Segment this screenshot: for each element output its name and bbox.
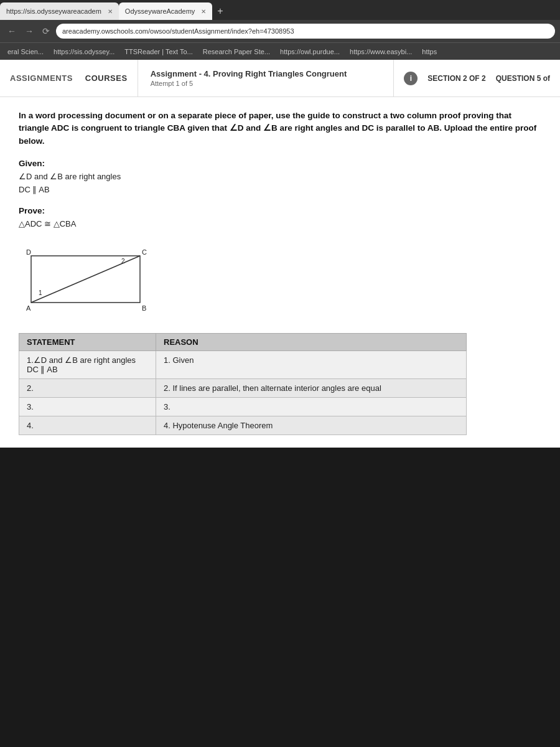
tab-2-label: OdysseywareAcademy [125,7,195,15]
instruction-text: In a word processing document or on a se… [19,110,541,148]
table-row-3: 3. 3. [19,398,467,416]
bookmark-1[interactable]: eral Scien... [5,47,46,57]
proof-table-wrapper: STATEMENT REASON 1.∠D and ∠B are right a… [19,333,529,435]
nav-courses[interactable]: COURSES [85,73,128,83]
tab-1-close[interactable]: ✕ [108,8,113,15]
reason-cell-1: 1. Given [156,351,467,379]
col-header-statement: STATEMENT [19,334,156,351]
diagram-label-B: B [142,304,146,312]
browser-chrome: https://sis.odysseywareacadem ✕ Odysseyw… [0,0,560,60]
diagram-container: D C A B 2 1 [25,243,162,321]
section-label: SECTION 2 OF 2 [427,74,485,83]
bookmark-7[interactable]: https [419,47,439,57]
prove-heading: Prove: [19,206,541,215]
nav-center: Assignment - 4. Proving Right Triangles … [138,60,394,96]
forward-button[interactable]: → [22,25,36,37]
table-row-4: 4. 4. Hypotenuse Angle Theorem [19,416,467,435]
statement-cell-1: 1.∠D and ∠B are right angles DC ∥ AB [19,351,156,379]
reason-cell-3: 3. [156,398,467,416]
tab-2[interactable]: OdysseywareAcademy ✕ [119,2,213,20]
assignment-attempt: Attempt 1 of 5 [151,80,381,87]
bookmarks-bar: eral Scien... https://sis.odyssey... TTS… [0,42,560,60]
diagram-angle-2: 2 [121,258,125,265]
given-line-1: ∠D and ∠B are right angles [19,171,541,184]
given-section: Given: ∠D and ∠B are right angles DC ∥ A… [19,159,541,197]
table-row-1: 1.∠D and ∠B are right angles DC ∥ AB 1. … [19,351,467,379]
page-content: ASSIGNMENTS COURSES Assignment - 4. Prov… [0,60,560,448]
col-header-reason: REASON [156,334,467,351]
dark-area [0,448,560,747]
triangle-diagram: D C A B 2 1 [25,243,162,318]
given-heading: Given: [19,159,541,168]
nav-left: ASSIGNMENTS COURSES [0,60,138,96]
prove-statement: △ADC ≅ △CBA [19,218,541,231]
tab-2-close[interactable]: ✕ [201,8,206,15]
proof-table: STATEMENT REASON 1.∠D and ∠B are right a… [19,333,467,435]
diagram-label-A: A [26,304,31,312]
info-icon[interactable]: i [404,72,418,85]
bookmark-5[interactable]: https://owl.purdue... [278,47,342,57]
statement-cell-2: 2. [19,379,156,398]
given-line-2: DC ∥ AB [19,184,541,197]
tab-bar: https://sis.odysseywareacadem ✕ Odysseyw… [0,0,560,20]
refresh-button[interactable]: ⟳ [40,25,52,37]
diagram-label-C: C [142,248,147,256]
nav-right: i SECTION 2 OF 2 QUESTION 5 of [393,60,560,96]
reason-cell-4: 4. Hypotenuse Angle Theorem [156,416,467,435]
bookmark-2[interactable]: https://sis.odyssey... [51,47,117,57]
tab-1[interactable]: https://sis.odysseywareacadem ✕ [0,2,119,20]
tab-1-label: https://sis.odysseywareacadem [6,7,101,15]
statement-cell-3: 3. [19,398,156,416]
prove-section: Prove: △ADC ≅ △CBA [19,206,541,231]
address-bar-row: ← → ⟳ [0,20,560,42]
statement-cell-4: 4. [19,416,156,435]
diagram-label-D: D [26,248,31,256]
bookmark-6[interactable]: https://www.easybi... [347,47,414,57]
main-content: In a word processing document or on a se… [0,97,560,448]
top-nav: ASSIGNMENTS COURSES Assignment - 4. Prov… [0,60,560,97]
reason-cell-2: 2. If lines are parallel, then alternate… [156,379,467,398]
assignment-title: Assignment - 4. Proving Right Triangles … [151,69,381,78]
table-row-2: 2. 2. If lines are parallel, then altern… [19,379,467,398]
bookmark-4[interactable]: Research Paper Ste... [200,47,273,57]
address-input[interactable] [56,24,555,39]
diagram-angle-1: 1 [39,289,42,296]
back-button[interactable]: ← [5,25,19,37]
question-label: QUESTION 5 of [496,74,550,83]
new-tab-button[interactable]: + [212,6,228,17]
nav-assignments[interactable]: ASSIGNMENTS [10,73,73,83]
bookmark-3[interactable]: TTSReader | Text To... [122,47,195,57]
